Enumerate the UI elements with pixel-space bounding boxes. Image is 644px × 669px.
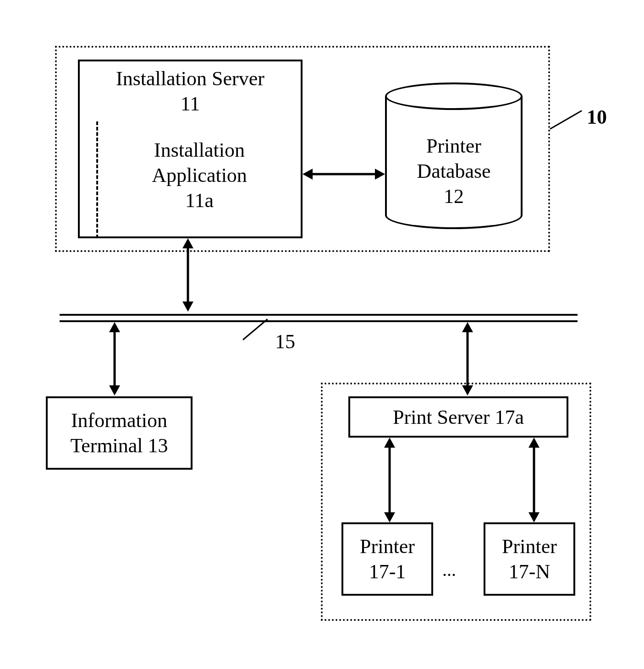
svg-marker-14 (384, 512, 395, 522)
bus-ref: 15 (275, 330, 295, 353)
info-terminal-title: Information (71, 408, 167, 433)
printer-db-title2: Database (417, 159, 490, 184)
arrow-ps-pn (525, 438, 543, 522)
diagram-canvas: 10 Installation Server 11 Installation A… (0, 0, 644, 669)
arrow-ps-p1 (380, 438, 399, 522)
group-10-leader (550, 110, 582, 130)
group-10-ref: 10 (587, 105, 607, 129)
bus-line-bottom (60, 320, 578, 322)
printer-n-ref: 17-N (509, 559, 550, 584)
installation-app-label: Installation Application 11a (96, 137, 303, 213)
installation-app-ref: 11a (185, 189, 214, 212)
installation-server-title: Installation Server (116, 66, 264, 91)
printer-db-cylinder: Printer Database 12 (385, 82, 523, 229)
printer-n-box: Printer 17-N (484, 522, 575, 596)
bus-line-top (60, 314, 578, 316)
svg-marker-2 (375, 169, 385, 180)
installation-app-title2: Application (152, 164, 247, 186)
svg-marker-17 (528, 512, 539, 522)
info-terminal-title2: Terminal 13 (70, 433, 168, 458)
printer-1-title: Printer (360, 534, 415, 559)
printer-db-ref: 12 (444, 184, 464, 209)
printer-n-title: Printer (502, 534, 557, 559)
installation-app-title: Installation (154, 139, 245, 161)
arrow-server-bus (179, 238, 197, 312)
svg-marker-16 (528, 438, 539, 448)
printer-db-title: Printer (426, 133, 481, 159)
installation-server-ref: 11 (181, 91, 200, 116)
print-server-box: Print Server 17a (348, 396, 568, 438)
printer-1-ref: 17-1 (369, 559, 406, 584)
printer-1-box: Printer 17-1 (341, 522, 433, 596)
svg-marker-13 (384, 438, 395, 448)
printers-ellipsis: ... (442, 559, 456, 581)
info-terminal-box: Information Terminal 13 (46, 396, 193, 470)
svg-marker-1 (303, 169, 313, 180)
svg-marker-5 (182, 302, 193, 312)
arrow-bus-terminal (105, 322, 124, 395)
svg-marker-4 (182, 238, 193, 248)
svg-marker-7 (109, 322, 120, 332)
svg-marker-10 (462, 322, 473, 332)
svg-marker-8 (109, 385, 120, 395)
arrow-app-db (303, 165, 385, 183)
print-server-title: Print Server 17a (393, 405, 524, 430)
